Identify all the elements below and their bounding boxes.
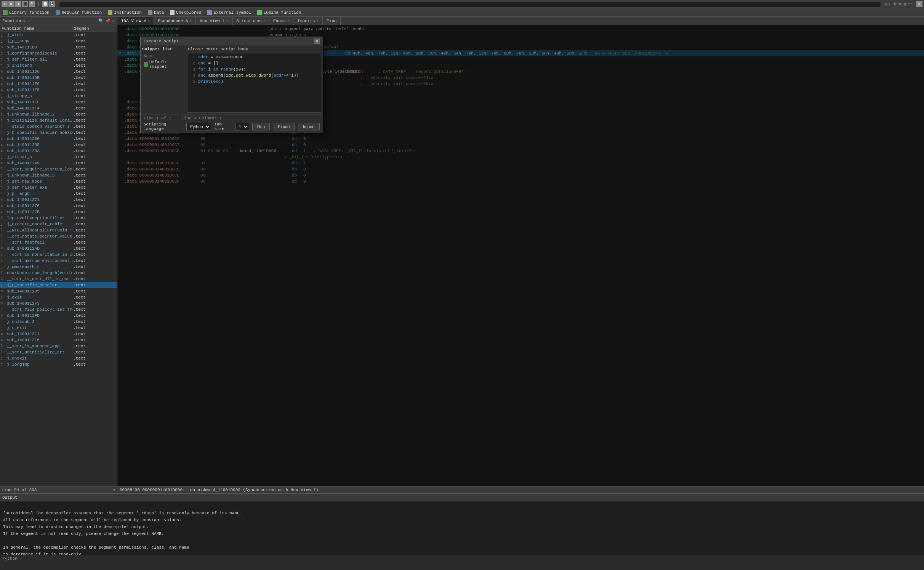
tab-close-icon[interactable]: ✕ [226, 19, 228, 23]
function-row[interactable]: j j_wmakepath_s .text [0, 264, 117, 270]
function-row[interactable]: j j_exit .text [0, 294, 117, 300]
tab-close-icon[interactable]: ✕ [190, 19, 192, 23]
function-row[interactable]: j j_C_specific_handler .text [0, 282, 117, 288]
function-row[interactable]: j j_set_new_mode .text [0, 178, 117, 185]
tab-structures[interactable]: Structures✕ [233, 17, 269, 25]
script-editor[interactable]: 1 addr = 0x14001D000 2 enc = [] 3 for i … [188, 53, 321, 112]
function-row[interactable]: s sub_1400112FD .text [0, 313, 117, 319]
function-row[interactable]: s sub_140011235 .text [0, 142, 117, 148]
toolbar-icon-file[interactable]: 📄 [42, 1, 48, 7]
function-row[interactable]: l __scrt_uninitialize_crt .text [0, 349, 117, 355]
tab-ida-view-a[interactable]: IDA View-A✕ [117, 17, 154, 25]
toolbar-icon-2[interactable]: ▶ [8, 1, 14, 7]
tab-close-icon[interactable]: ✕ [263, 19, 265, 23]
fn-name-label: j_configthreadlocale [7, 51, 73, 56]
tab-close-icon[interactable]: ✕ [317, 19, 319, 23]
fn-name-label: sub_140111BD [7, 45, 73, 50]
function-row[interactable]: j j_p__argv .text [0, 38, 117, 44]
function-row[interactable]: j j_strcpy_s .text [0, 93, 117, 99]
disasm-area[interactable]: .data:000000014001D000 _data segment par… [117, 25, 924, 486]
function-row[interactable]: l __scrt_is_ucrt_dll_in_use .text [0, 276, 117, 282]
function-row[interactable]: j j_execute_onexit_table .text [0, 221, 117, 227]
function-row[interactable]: l __scrt_is_nonwritable_in_current_image… [0, 252, 117, 258]
function-row[interactable]: j j_atoit .text [0, 32, 117, 38]
tab-enums[interactable]: Enums✕ [269, 17, 293, 25]
function-row[interactable]: j j_nullsub_2 .text [0, 319, 117, 325]
tab-close-icon[interactable]: ✕ [148, 19, 150, 23]
function-row[interactable]: l __scrt_narrow_environment_policy::init… [0, 258, 117, 264]
fn-name-label: j_initialize_default_local_stdio_opt... [7, 118, 73, 123]
function-row[interactable]: s sub_14001123A .text [0, 148, 117, 154]
function-row[interactable]: s sub_140111BD .text [0, 44, 117, 50]
function-row[interactable]: s sub_14001127B .text [0, 209, 117, 215]
tab-close-icon[interactable]: ✕ [287, 19, 289, 23]
fn-name-label: sub_14001127B [7, 210, 73, 214]
function-row[interactable]: s sub_140011316 .text [0, 337, 117, 343]
fn-name-label: j_seh_filter_exe [7, 185, 73, 190]
run-button[interactable]: Run [252, 123, 270, 130]
function-row[interactable]: l __RTC_AllocaFailure(void *,_RTC_ALLOCA… [0, 227, 117, 233]
dialog-close-button[interactable]: ✕ [314, 39, 320, 44]
function-row[interactable]: s sub_1400111EF .text [0, 99, 117, 105]
sidebar-icon-search[interactable]: 🔍 [98, 18, 104, 23]
export-button[interactable]: Export [273, 123, 295, 130]
toolbar-icon-4[interactable]: ⬛ [22, 1, 28, 7]
fn-segment-label: .text [73, 33, 86, 37]
tab-pseudocode-a[interactable]: Pseudocode-A✕ [154, 17, 196, 25]
function-row[interactable]: l __scrt_file_policy::set_fmode(void) .t… [0, 307, 117, 313]
function-row[interactable]: j j_initterm .text [0, 63, 117, 69]
sidebar-icon-pin[interactable]: 📌 [105, 18, 110, 23]
default-snippet-item[interactable]: Default snippet [142, 59, 184, 70]
function-row[interactable]: j j_seh_filter_dll .text [0, 56, 117, 63]
function-row[interactable]: j j_c_exit .text [0, 325, 117, 331]
function-row[interactable]: j j_longjmp .text [0, 361, 117, 368]
function-row[interactable]: l __scrt_fastfail .text [0, 239, 117, 246]
tab-imports[interactable]: Imports✕ [293, 17, 323, 25]
function-row[interactable]: s sub_1400112AD .text [0, 246, 117, 252]
function-row[interactable]: s sub_1400111F4 .text [0, 105, 117, 111]
sidebar-icon-close[interactable]: ✕ [112, 18, 115, 23]
output-content[interactable]: [autohidden] The decompiler assumes that… [0, 501, 924, 555]
function-row[interactable]: s sub_1400111D6 .text [0, 69, 117, 75]
tab-hex-view-1[interactable]: Hex View-1✕ [196, 17, 232, 25]
function-row[interactable]: s sub_140011271 .text [0, 197, 117, 203]
function-row[interactable]: s sub_1400111E0 .text [0, 81, 117, 87]
function-row[interactable]: s sub_140011311 .text [0, 331, 117, 337]
scripting-language-select[interactable]: Python [186, 123, 211, 130]
function-row[interactable]: j j_unknown_libname_5 .text [0, 172, 117, 178]
tab-label: Enums [273, 19, 286, 23]
function-row[interactable]: s sub_140011276 .text [0, 203, 117, 209]
tab-expo[interactable]: Expo [323, 17, 341, 25]
function-row[interactable]: j j_unknown_libname_2 .text [0, 111, 117, 117]
function-row[interactable]: l __stdio_common_vsprintf_s .text [0, 124, 117, 130]
output-line: In general, the decompiler checks the se… [3, 544, 921, 551]
fn-segment-label: .text [73, 51, 86, 56]
function-row[interactable]: l __scrt_acquire_startup_lock .text [0, 166, 117, 172]
function-row[interactable]: s sub_1400111E5 .text [0, 87, 117, 93]
function-row[interactable]: s sub_140011249 .text [0, 160, 117, 166]
sidebar-list[interactable]: j j_atoit .text j j_p__argv .text s sub_… [0, 32, 117, 486]
toolbar-icon-5[interactable]: 🔍 [29, 1, 35, 7]
toolbar-icon-save[interactable]: 💾 [49, 1, 55, 7]
function-row[interactable]: j j_configthreadlocale .text [0, 50, 117, 56]
toolbar-icon-debug[interactable]: ⚙ [916, 1, 922, 7]
function-row[interactable]: l __scrt_is_managed_app .text [0, 343, 117, 349]
function-row[interactable]: f charNode::raw_length(void) .text [0, 270, 117, 276]
import-button[interactable]: Import [298, 123, 320, 130]
function-row[interactable]: s sub_1400112F3 .text [0, 300, 117, 307]
tab-size-select[interactable]: 4 [235, 123, 249, 130]
toolbar-icon-3[interactable]: ◀ [15, 1, 21, 7]
function-row[interactable]: f TopLevelExceptionFilter .text [0, 215, 117, 221]
function-row[interactable]: j j_seh_filter_exe .text [0, 185, 117, 191]
function-row[interactable]: l __crt_rotate_pointer_value(unsigned __… [0, 233, 117, 239]
function-row[interactable]: j j_strcat_s .text [0, 154, 117, 160]
function-row[interactable]: j j_initialize_default_local_stdio_opt..… [0, 117, 117, 124]
function-row[interactable]: s sub_140011230 .text [0, 136, 117, 142]
function-row[interactable]: j j_p__argc .text [0, 191, 117, 197]
function-row[interactable]: j j_C_specific_handler_noexcept .text [0, 130, 117, 136]
function-row[interactable]: s sub_1400112D5 .text [0, 288, 117, 294]
fn-segment-label: .text [73, 362, 86, 367]
toolbar-icon-1[interactable]: ≡ [2, 1, 8, 7]
function-row[interactable]: s sub_1400111DB .text [0, 75, 117, 81]
function-row[interactable]: j j_onexit .text [0, 355, 117, 361]
